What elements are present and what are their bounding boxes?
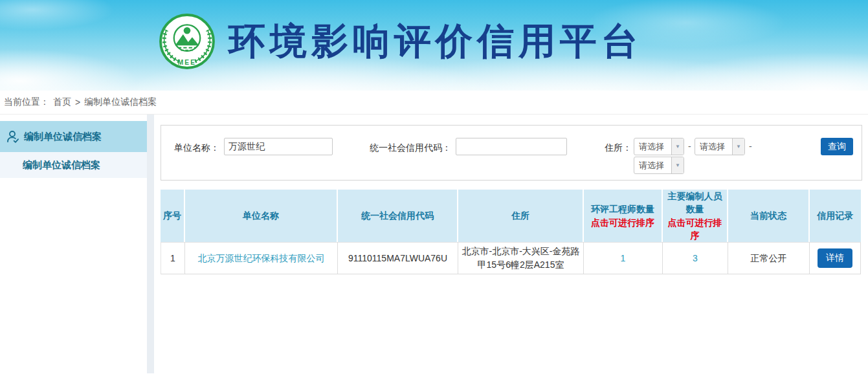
table-row: 1 北京万源世纪环保科技有限公司 91110115MA7LWUA76U 北京市-…	[161, 242, 861, 274]
credit-code-input[interactable]	[456, 138, 567, 155]
col-header-credit-record: 信用记录	[810, 190, 861, 242]
sidebar-item-label: 编制单位诚信档案	[24, 131, 102, 143]
mee-logo-icon: MEE	[159, 12, 216, 71]
main-area: 单位名称： 统一社会信用代码： 住所： 请选择 ▼ - 请选择 ▼ - 请选择 …	[154, 115, 868, 373]
breadcrumb: 当前位置： 首页 > 编制单位诚信档案	[0, 91, 868, 115]
col-header-credit-code: 统一社会信用代码	[338, 190, 458, 242]
address-dash-2: -	[749, 141, 752, 151]
site-title: 环境影响评价信用平台	[228, 17, 643, 67]
cell-credit-code: 91110115MA7LWUA76U	[338, 242, 458, 274]
site-header: MEE 环境影响评价信用平台	[0, 0, 868, 91]
staff-count-link[interactable]: 3	[693, 253, 698, 263]
unit-name-input[interactable]	[224, 138, 333, 155]
col-header-unit-name: 单位名称	[185, 190, 338, 242]
query-button[interactable]: 查询	[821, 138, 853, 155]
district-select-value: 请选择	[634, 157, 671, 173]
engineer-count-link[interactable]: 1	[621, 253, 626, 263]
col-header-engineer-count-sortable[interactable]: 环评工程师数量 点击可进行排序	[584, 190, 663, 242]
sidebar-subitem-unit-credit-archive[interactable]: 编制单位诚信档案	[0, 152, 147, 178]
cell-address: 北京市-北京市-大兴区-金苑路甲15号6幢2层A215室	[458, 242, 584, 274]
sidebar-subitem-label: 编制单位诚信档案	[23, 159, 100, 171]
chevron-down-icon[interactable]: ▼	[671, 138, 684, 155]
detail-button[interactable]: 详情	[818, 248, 852, 268]
results-table: 序号 单位名称 统一社会信用代码 住所 环评工程师数量 点击可进行排序 主要编制…	[161, 190, 861, 274]
sidebar-divider	[147, 115, 154, 373]
breadcrumb-separator: >	[75, 97, 80, 107]
breadcrumb-prefix: 当前位置：	[4, 96, 49, 108]
sidebar-item-unit-credit-archive[interactable]: 编制单位诚信档案	[0, 121, 147, 152]
sort-hint: 点击可进行排序	[664, 216, 726, 243]
col-header-address: 住所	[458, 190, 584, 242]
col-header-status: 当前状态	[728, 190, 810, 242]
province-select[interactable]: 请选择 ▼	[634, 138, 684, 155]
cell-status: 正常公开	[728, 242, 810, 274]
col-header-index: 序号	[161, 190, 185, 242]
chevron-down-icon[interactable]: ▼	[671, 157, 684, 173]
city-select-value: 请选择	[695, 138, 732, 155]
search-panel: 单位名称： 统一社会信用代码： 住所： 请选择 ▼ - 请选择 ▼ - 请选择 …	[161, 125, 862, 181]
credit-code-label: 统一社会信用代码：	[370, 142, 451, 154]
col-header-staff-count-sortable[interactable]: 主要编制人员数量 点击可进行排序	[663, 190, 728, 242]
address-label: 住所：	[605, 142, 632, 154]
sort-hint: 点击可进行排序	[585, 216, 660, 229]
breadcrumb-current: 编制单位诚信档案	[84, 96, 157, 108]
address-dash-1: -	[688, 141, 691, 151]
unit-name-label: 单位名称：	[174, 142, 219, 154]
province-select-value: 请选择	[634, 138, 671, 155]
page: MEE 环境影响评价信用平台 当前位置： 首页 > 编制单位诚信档案 编制单位诚…	[0, 0, 868, 374]
chevron-down-icon[interactable]: ▼	[732, 138, 744, 155]
city-select[interactable]: 请选择 ▼	[695, 138, 745, 155]
unit-name-link[interactable]: 北京万源世纪环保科技有限公司	[198, 253, 325, 263]
sidebar: 编制单位诚信档案 编制单位诚信档案	[0, 115, 147, 373]
district-select[interactable]: 请选择 ▼	[634, 157, 684, 174]
cell-index: 1	[161, 242, 185, 274]
breadcrumb-home-link[interactable]: 首页	[53, 96, 71, 108]
user-check-icon	[5, 129, 21, 144]
table-header-row: 序号 单位名称 统一社会信用代码 住所 环评工程师数量 点击可进行排序 主要编制…	[161, 190, 861, 242]
svg-text:MEE: MEE	[178, 59, 197, 66]
